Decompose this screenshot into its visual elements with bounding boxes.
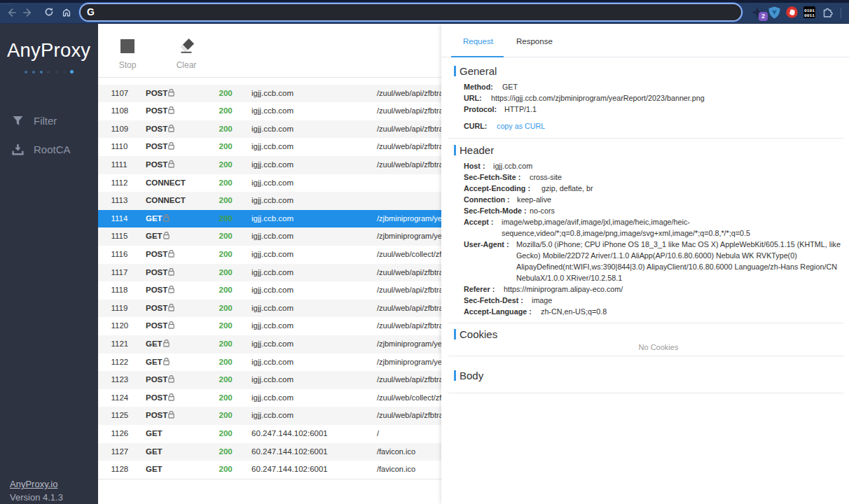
- svg-text:0011: 0011: [804, 13, 815, 18]
